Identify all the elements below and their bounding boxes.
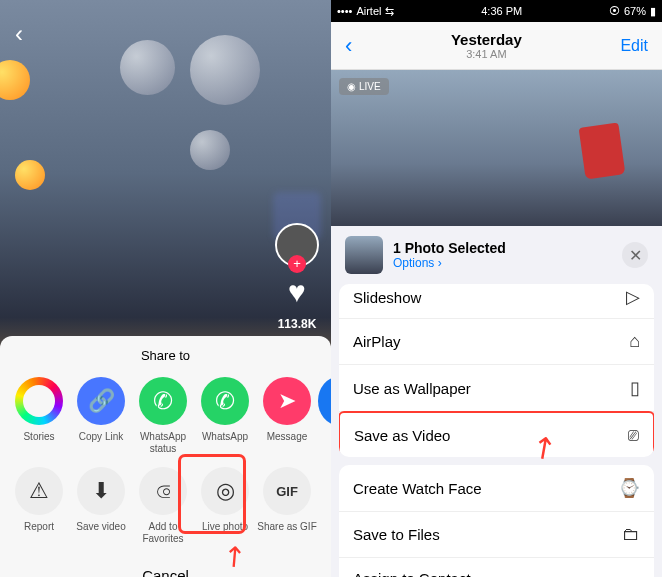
status-bar: •••• Airtel ⇆ 4:36 PM ⦿ 67% ▮: [331, 0, 662, 22]
chevron-right-icon: ›: [438, 256, 442, 270]
action-wallpaper[interactable]: Use as Wallpaper ▯: [339, 365, 654, 412]
location-icon: ⦿: [609, 5, 620, 17]
share-row-apps: + Stories 🔗 Copy Link ✆ WhatsApp status …: [0, 377, 331, 455]
back-chevron-icon[interactable]: ‹: [345, 33, 352, 59]
add-favorites-button[interactable]: ⟃ Add to Favorites: [132, 467, 194, 545]
close-icon: ✕: [629, 246, 642, 265]
action-watch-face[interactable]: Create Watch Face ⌚: [339, 465, 654, 512]
video-preview: ‹ + ♥ 113.8K: [0, 0, 331, 336]
follow-plus-icon[interactable]: +: [288, 255, 306, 273]
share-stories[interactable]: + Stories: [8, 377, 70, 455]
bubble-decoration: [15, 160, 45, 190]
bubble-decoration: [190, 35, 260, 105]
photo-preview[interactable]: ◉ LIVE: [331, 70, 662, 226]
wifi-icon: ⇆: [385, 5, 394, 18]
battery-icon: ▮: [650, 5, 656, 18]
share-message[interactable]: ➤ Message: [256, 377, 318, 455]
action-list[interactable]: Slideshow ▷ AirPlay ⌂ Use as Wallpaper ▯…: [331, 284, 662, 577]
save-video-button[interactable]: ⬇ Save video: [70, 467, 132, 545]
share-whatsapp-status[interactable]: ✆ WhatsApp status: [132, 377, 194, 455]
airplay-icon: ⌂: [629, 331, 640, 352]
video-actions: + ♥ 113.8K: [275, 223, 319, 331]
phone-icon: ▯: [630, 377, 640, 399]
options-link[interactable]: Options ›: [393, 256, 612, 270]
photos-share-screen: •••• Airtel ⇆ 4:36 PM ⦿ 67% ▮ ‹ Yesterda…: [331, 0, 662, 577]
like-count: 113.8K: [278, 317, 317, 331]
bubble-decoration: [190, 130, 230, 170]
report-button[interactable]: ⚠ Report: [8, 467, 70, 545]
selection-title: 1 Photo Selected: [393, 240, 612, 256]
folder-icon: 🗀: [622, 524, 640, 545]
nav-title-group: Yesterday 3:41 AM: [352, 31, 620, 60]
edit-button[interactable]: Edit: [620, 37, 648, 55]
nav-subtitle: 3:41 AM: [352, 48, 620, 60]
profile-avatar[interactable]: +: [275, 223, 319, 267]
close-button[interactable]: ✕: [622, 242, 648, 268]
bubble-decoration: [0, 60, 30, 100]
cancel-button[interactable]: Cancel: [0, 557, 331, 577]
share-whatsapp[interactable]: ✆ WhatsApp: [194, 377, 256, 455]
live-photo-button[interactable]: ◎ Live photo: [194, 467, 256, 545]
share-sheet: Share to + Stories 🔗 Copy Link ✆ WhatsAp…: [0, 336, 331, 577]
photo-thumbnail: [345, 236, 383, 274]
share-row-actions: ⚠ Report ⬇ Save video ⟃ Add to Favorites…: [0, 467, 331, 545]
share-gif-button[interactable]: GIF Share as GIF: [256, 467, 318, 545]
video-camera-icon: ⎚: [628, 425, 639, 446]
action-save-files[interactable]: Save to Files 🗀: [339, 512, 654, 558]
live-badge: ◉ LIVE: [339, 78, 389, 95]
share-facebook[interactable]: Fa: [318, 377, 331, 455]
tiktok-share-screen: ‹ + ♥ 113.8K Share to + Stories 🔗 Copy L…: [0, 0, 331, 577]
live-icon: ◉: [347, 81, 356, 92]
action-save-as-video[interactable]: Save as Video ⎚: [339, 411, 654, 457]
signal-icon: ••••: [337, 5, 352, 17]
share-title: Share to: [0, 348, 331, 363]
nav-title: Yesterday: [352, 31, 620, 48]
action-assign-contact[interactable]: Assign to Contact: [339, 558, 654, 577]
nav-bar: ‹ Yesterday 3:41 AM Edit: [331, 22, 662, 70]
back-arrow-icon[interactable]: ‹: [15, 20, 23, 48]
share-copy-link[interactable]: 🔗 Copy Link: [70, 377, 132, 455]
battery-percent: 67%: [624, 5, 646, 17]
play-circle-icon: ▷: [626, 286, 640, 308]
bubble-decoration: [120, 40, 175, 95]
carrier: Airtel: [356, 5, 381, 17]
action-airplay[interactable]: AirPlay ⌂: [339, 319, 654, 365]
watch-icon: ⌚: [618, 477, 640, 499]
share-sheet-header: 1 Photo Selected Options › ✕: [331, 226, 662, 284]
status-time: 4:36 PM: [481, 5, 522, 17]
photo-content: [579, 122, 626, 179]
action-slideshow[interactable]: Slideshow ▷: [339, 284, 654, 319]
like-heart-icon[interactable]: ♥: [288, 275, 306, 309]
